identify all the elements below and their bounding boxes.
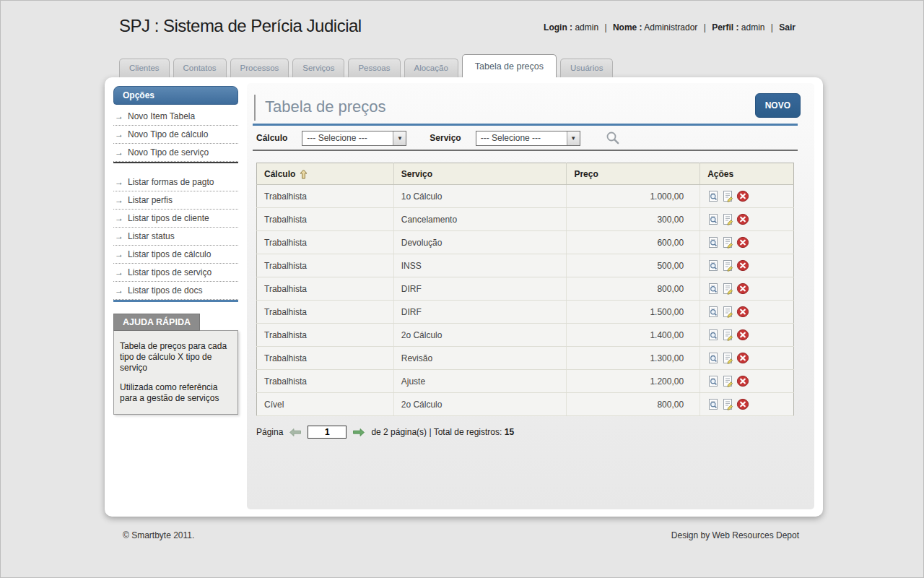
cell-calculo: Trabalhista xyxy=(257,324,394,347)
page-title: Tabela de preços xyxy=(254,95,800,121)
tab-pessoas[interactable]: Pessoas xyxy=(348,59,400,77)
view-icon[interactable] xyxy=(707,236,720,249)
cell-acoes xyxy=(700,301,794,324)
sidebar-item[interactable]: →Novo Tipo de cálculo xyxy=(113,126,238,144)
cell-preco: 500,00 xyxy=(567,254,700,277)
edit-icon[interactable] xyxy=(722,352,734,364)
content-panel: Tabela de preços NOVO Cálculo --- Seleci… xyxy=(247,83,814,509)
edit-icon[interactable] xyxy=(722,190,734,202)
tab-alocacao[interactable]: Alocação xyxy=(404,59,458,77)
edit-icon[interactable] xyxy=(722,329,734,341)
edit-icon[interactable] xyxy=(722,236,734,249)
delete-icon[interactable] xyxy=(736,306,749,318)
sidebar-group-1: →Novo Item Tabela→Novo Tipo de cálculo→N… xyxy=(113,108,238,163)
delete-icon[interactable] xyxy=(736,236,749,249)
edit-icon[interactable] xyxy=(722,213,734,225)
view-icon[interactable] xyxy=(707,306,720,318)
sidebar-item[interactable]: →Listar formas de pagto xyxy=(113,173,238,191)
next-page-button[interactable] xyxy=(353,428,365,436)
next-page-icon xyxy=(353,428,365,436)
edit-icon[interactable] xyxy=(722,259,734,272)
view-icon[interactable] xyxy=(707,329,720,341)
delete-icon[interactable] xyxy=(736,259,749,272)
view-icon[interactable] xyxy=(707,352,720,364)
delete-icon[interactable] xyxy=(736,352,749,364)
logout-link[interactable]: Sair xyxy=(779,22,796,33)
sidebar-item-label: Listar tipos de serviço xyxy=(128,267,212,277)
view-icon[interactable] xyxy=(707,259,720,272)
sidebar-item[interactable]: →Listar tipos de cálculo xyxy=(113,246,238,264)
cell-preco: 1.400,00 xyxy=(567,324,700,347)
delete-icon[interactable] xyxy=(736,398,749,410)
sidebar-item[interactable]: →Listar tipos de serviço xyxy=(113,264,238,282)
arrow-right-icon: → xyxy=(115,177,123,187)
arrow-right-icon: → xyxy=(115,285,123,296)
view-icon[interactable] xyxy=(707,190,720,202)
column-header-servico[interactable]: Serviço xyxy=(393,163,567,185)
sidebar-item[interactable]: →Listar tipos de cliente xyxy=(113,210,238,228)
novo-button[interactable]: NOVO xyxy=(755,93,801,118)
servico-filter-select[interactable]: --- Selecione --- ▼ xyxy=(476,131,580,146)
edit-icon[interactable] xyxy=(722,282,734,295)
delete-icon[interactable] xyxy=(736,375,749,387)
tab-tabela-de-precos[interactable]: Tabela de preços xyxy=(462,54,557,77)
cell-acoes xyxy=(700,185,794,208)
view-icon[interactable] xyxy=(707,282,720,295)
prev-page-icon xyxy=(289,428,301,436)
sidebar-item[interactable]: →Listar status xyxy=(113,228,238,246)
sidebar-item[interactable]: →Novo Item Tabela xyxy=(113,108,238,126)
cell-preco: 1.500,00 xyxy=(567,301,700,324)
pagina-label: Página xyxy=(256,427,283,437)
tab-clientes[interactable]: Clientes xyxy=(119,59,170,77)
column-header-preco[interactable]: Preço xyxy=(567,163,700,185)
sidebar-item[interactable]: →Listar perfis xyxy=(113,191,238,210)
delete-icon[interactable] xyxy=(736,190,749,202)
cell-calculo: Trabalhista xyxy=(257,185,394,208)
view-icon[interactable] xyxy=(707,398,720,410)
delete-icon[interactable] xyxy=(736,282,749,295)
table-row: TrabalhistaINSS500,00 xyxy=(257,254,794,277)
column-header-calculo[interactable]: Cálculo xyxy=(257,163,394,185)
cell-servico: 2o Cálculo xyxy=(393,393,567,416)
tab-processos[interactable]: Processos xyxy=(230,59,289,77)
delete-icon[interactable] xyxy=(736,329,749,341)
servico-filter-value: --- Selecione --- xyxy=(476,133,567,143)
edit-icon[interactable] xyxy=(722,398,734,410)
edit-icon[interactable] xyxy=(722,375,734,387)
calculo-filter-select[interactable]: --- Selecione --- ▼ xyxy=(302,131,406,146)
perfil-label: Perfil : xyxy=(712,22,738,33)
sort-asc-icon[interactable] xyxy=(300,169,308,179)
prev-page-button[interactable] xyxy=(289,428,301,436)
cell-acoes xyxy=(700,324,794,347)
cell-calculo: Trabalhista xyxy=(257,277,394,301)
footer-credit: Design by Web Resources Depot xyxy=(671,530,799,540)
cell-preco: 800,00 xyxy=(567,393,700,416)
tab-contatos[interactable]: Contatos xyxy=(173,59,227,77)
view-icon[interactable] xyxy=(707,213,720,225)
calculo-filter-value: --- Selecione --- xyxy=(302,133,393,143)
cell-acoes xyxy=(700,393,794,416)
tab-servicos[interactable]: Serviços xyxy=(292,59,344,77)
table-row: TrabalhistaDIRF1.500,00 xyxy=(257,301,794,324)
sidebar-item[interactable]: →Novo Tipo de serviço xyxy=(113,144,238,162)
cell-preco: 1.200,00 xyxy=(567,370,700,393)
sidebar-item[interactable]: →Listar tipos de docs xyxy=(113,282,238,300)
search-button[interactable] xyxy=(605,130,621,146)
view-icon[interactable] xyxy=(707,375,720,387)
edit-icon[interactable] xyxy=(722,306,734,318)
cell-servico: 1o Cálculo xyxy=(393,185,567,208)
cell-calculo: Trabalhista xyxy=(257,347,394,370)
price-table: CálculoServiçoPreçoAções Trabalhista1o C… xyxy=(256,163,794,416)
sidebar-item-label: Listar tipos de cálculo xyxy=(128,249,211,259)
tab-usuarios[interactable]: Usuários xyxy=(560,59,613,77)
column-header-acoes[interactable]: Ações xyxy=(700,163,794,185)
delete-icon[interactable] xyxy=(736,213,749,225)
cell-acoes xyxy=(700,347,794,370)
quick-help-paragraph: Tabela de preços para cada tipo de cálcu… xyxy=(120,341,230,374)
page-number-input[interactable] xyxy=(308,426,346,439)
pagination-info-text: de 2 página(s) | Total de registros: xyxy=(371,427,502,437)
table-header-row: CálculoServiçoPreçoAções xyxy=(257,163,794,185)
arrow-right-icon: → xyxy=(115,111,123,121)
sidebar-item-label: Listar perfis xyxy=(128,195,173,205)
arrow-right-icon: → xyxy=(115,249,123,259)
